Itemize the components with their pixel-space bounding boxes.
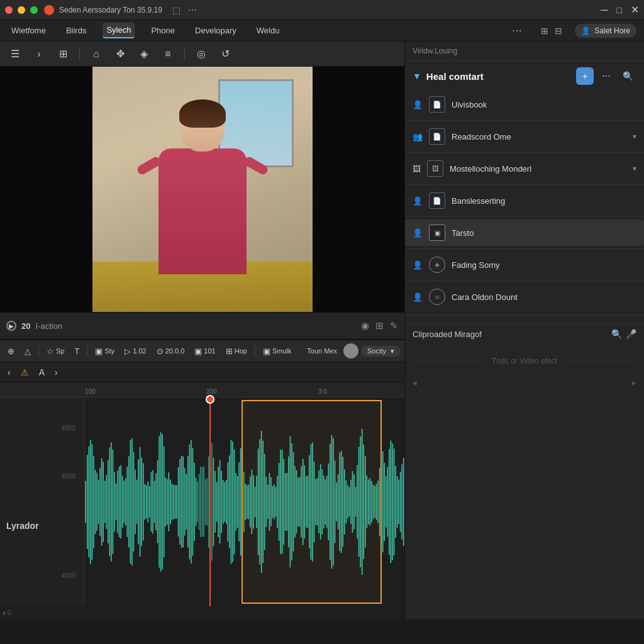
bt-toun-label: Toun Mex xyxy=(307,347,337,355)
bt-triangle[interactable]: △ xyxy=(21,345,35,357)
track-num-2: 4508 xyxy=(4,473,80,480)
th-icon-grid[interactable]: ⊞ xyxy=(375,320,384,331)
grid-icon[interactable]: ⊞ xyxy=(541,26,548,36)
section-chevron-icon: ▼ xyxy=(413,71,421,81)
tn-back[interactable]: ‹ xyxy=(5,365,13,380)
bt-toun[interactable]: Toun Mex xyxy=(303,346,341,356)
bottom-section-title: Cliproaded Miragof xyxy=(413,330,606,339)
bt-zoom-icon: ⊙ xyxy=(157,347,164,356)
bt-hop[interactable]: ⊞ Hop xyxy=(222,345,251,357)
bt-play-label: 1.02 xyxy=(133,347,146,355)
contact-mostelloching[interactable]: 🖼 🖼 Mostelloching Monderl ▾ xyxy=(405,155,644,182)
contact-icon-5: 👤 xyxy=(413,228,423,238)
contact-fading[interactable]: 👤 + Fading Somy xyxy=(405,252,644,278)
app-icon xyxy=(44,5,54,15)
tn-forward[interactable]: › xyxy=(52,365,60,380)
bt-num[interactable]: ▣ 101 xyxy=(191,345,219,357)
divider-6 xyxy=(405,280,644,281)
bs-search-icon[interactable]: 🔍 xyxy=(611,329,622,339)
ruler-100: 100 xyxy=(85,388,96,395)
bt-star[interactable]: ☆ Sp xyxy=(43,345,68,357)
contact-doc-icon-3: 🖼 xyxy=(432,165,439,172)
bt-play-icon: ▷ xyxy=(125,347,131,356)
divider-1 xyxy=(405,120,644,121)
bt-text[interactable]: T xyxy=(70,345,83,357)
th-icon-target[interactable]: ◉ xyxy=(361,320,369,331)
tool-record[interactable]: ◎ xyxy=(191,45,211,63)
app-title: Seden Aerssodary Ton 35.9.19 xyxy=(59,6,162,14)
bt-add[interactable]: ⊕ xyxy=(4,345,18,357)
ruler-200: 200 xyxy=(206,388,217,395)
tool-grid[interactable]: ⊞ xyxy=(53,45,73,63)
title-icon-2[interactable]: ⋯ xyxy=(188,5,197,15)
timeline-content: 100 200 3:0 4860 4508 Lyrador 4500 xyxy=(0,382,404,606)
bt-sty[interactable]: ▣ Sty xyxy=(91,345,118,357)
section-more-button[interactable]: ⋯ xyxy=(597,67,615,85)
tool-select[interactable]: ✥ xyxy=(110,45,130,63)
playhead xyxy=(209,397,211,606)
menu-biirds[interactable]: Biirds xyxy=(62,23,91,38)
bt-play[interactable]: ▷ 1.02 xyxy=(121,345,150,357)
bt-zoom-label: 20.0.0 xyxy=(165,347,185,355)
playhead-indicator: ▶ xyxy=(6,321,16,331)
close-btn[interactable] xyxy=(5,6,13,14)
win-minimize-icon[interactable]: ─ xyxy=(601,4,608,16)
bt-sty-label: Sty xyxy=(104,347,114,355)
effects-placeholder: Tnds or Video efect xyxy=(405,344,644,378)
contact-doc-1: 📄 xyxy=(429,96,445,113)
contact-tarsto[interactable]: 👤 ▣ Tarsto xyxy=(405,219,644,246)
win-maximize-icon[interactable]: □ xyxy=(617,5,622,15)
bt-socity[interactable]: Socity ▾ xyxy=(361,346,401,357)
menu-phone[interactable]: Phone xyxy=(147,23,179,38)
menu-weldu[interactable]: Weldu xyxy=(253,23,284,38)
waveform-area[interactable] xyxy=(85,397,404,606)
th-icon-pen[interactable]: ✎ xyxy=(390,320,398,331)
tool-forward[interactable]: › xyxy=(29,45,49,63)
toolbar-sep-1 xyxy=(79,48,80,60)
contact-uivisbook[interactable]: 👤 📄 Uivisbook xyxy=(405,91,644,118)
right-panel: Viridw.Louing ▼ Heal comtart + ⋯ 🔍 👤 📄 U… xyxy=(405,42,644,619)
menu-developary[interactable]: Developary xyxy=(191,23,240,38)
menu-sylech[interactable]: Sylech xyxy=(103,23,135,38)
title-icon-1[interactable]: ⬚ xyxy=(172,5,180,15)
contact-name-7: Cara Oldon Dount xyxy=(452,292,636,302)
contact-banslesserting[interactable]: 👤 📄 Banslesserting xyxy=(405,187,644,214)
timeline-ruler: 100 200 3:0 xyxy=(0,382,404,397)
contact-readscord[interactable]: 👥 📄 Readscord Ome ▾ xyxy=(405,123,644,150)
menu-more-icon[interactable]: ⋯ xyxy=(512,25,522,36)
win-close-icon[interactable]: ✕ xyxy=(631,4,639,16)
tool-rotate[interactable]: ↺ xyxy=(215,45,235,63)
tool-edit[interactable]: ≡ xyxy=(158,45,178,63)
bt-avatar[interactable] xyxy=(343,343,358,358)
bs-mic-icon[interactable]: 🎤 xyxy=(626,329,636,339)
user-button[interactable]: 👤 Salet Hore xyxy=(575,24,636,38)
menu-wietfome[interactable]: Wietfome xyxy=(8,23,50,38)
contact-section: ▼ Heal comtart + ⋯ 🔍 👤 📄 Uivisbook 👥 xyxy=(405,61,644,310)
tool-cursor[interactable]: ⌂ xyxy=(86,45,106,63)
tool-menu[interactable]: ☰ xyxy=(5,45,25,63)
tn-warning[interactable]: ⚠ xyxy=(18,365,31,380)
minimize-btn[interactable] xyxy=(18,6,25,14)
tool-add[interactable]: ◈ xyxy=(134,45,154,63)
ruler-300: 3:0 xyxy=(318,388,327,395)
maximize-btn[interactable] xyxy=(30,6,38,14)
bt-hop-label: Hop xyxy=(235,347,247,355)
bt-zoom[interactable]: ⊙ 20.0.0 xyxy=(153,345,189,357)
section-title-row: ▼ Heal comtart + ⋯ 🔍 xyxy=(405,61,644,91)
contact-cara[interactable]: 👤 ○ Cara Oldon Dount xyxy=(405,284,644,310)
main-divider xyxy=(405,315,644,316)
contact-doc-icon-4: 📄 xyxy=(433,197,441,205)
contact-doc-2: 📄 xyxy=(429,128,445,145)
th-icons: ◉ ⊞ ✎ xyxy=(361,320,398,331)
contact-chevron-2: ▾ xyxy=(633,132,636,141)
tn-text-a[interactable]: A xyxy=(36,365,47,380)
contact-doc-4: 📄 xyxy=(429,192,445,209)
section-add-button[interactable]: + xyxy=(576,67,594,85)
effects-line-left xyxy=(418,361,479,362)
section-search-button[interactable]: 🔍 xyxy=(619,67,636,85)
bt-sep-2 xyxy=(87,345,87,357)
section-title: Heal comtart xyxy=(426,71,571,82)
panel-header: Viridw.Louing xyxy=(405,42,644,61)
bt-smulk[interactable]: ▣ Smulk xyxy=(259,345,296,357)
tiles-icon[interactable]: ⊟ xyxy=(555,26,562,36)
